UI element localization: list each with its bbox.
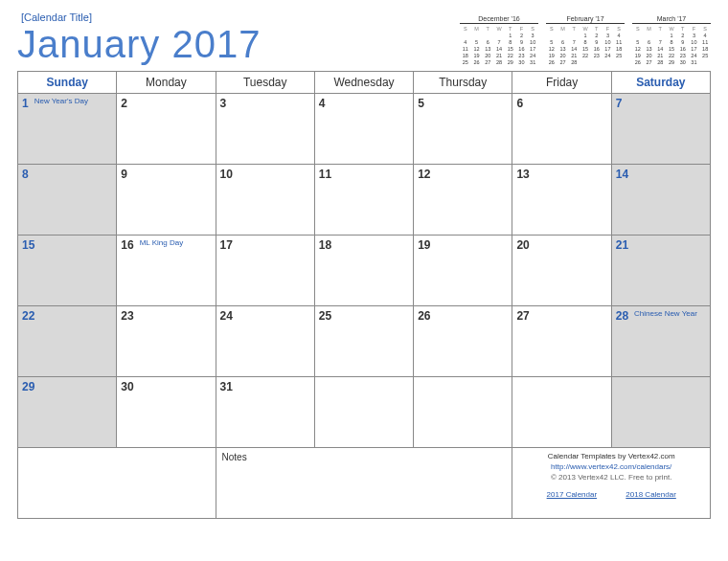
day-cell[interactable]: 21 bbox=[612, 236, 711, 306]
day-cell[interactable]: 7 bbox=[612, 94, 711, 165]
day-cell[interactable]: 9 bbox=[117, 165, 216, 236]
day-number: 1 bbox=[22, 97, 29, 110]
day-of-week-header: SundayMondayTuesdayWednesdayThursdayFrid… bbox=[18, 72, 711, 94]
day-of-week-label: Friday bbox=[512, 72, 611, 94]
credits-cell: Calendar Templates by Vertex42.com http:… bbox=[512, 448, 711, 519]
day-cell[interactable]: 6 bbox=[512, 94, 611, 165]
day-number: 22 bbox=[22, 309, 34, 323]
week-row: 1516ML King Day1718192021 bbox=[18, 236, 711, 306]
day-cell[interactable]: 8 bbox=[18, 165, 117, 236]
mini-week-row: 11121314151617 bbox=[460, 45, 538, 52]
day-number: 4 bbox=[319, 97, 326, 110]
day-cell[interactable]: 25 bbox=[315, 306, 414, 377]
day-cell[interactable]: 3 bbox=[216, 94, 315, 165]
day-cell[interactable]: 14 bbox=[612, 165, 711, 236]
day-number: 20 bbox=[516, 238, 529, 252]
day-of-week-label: Sunday bbox=[18, 72, 117, 94]
day-number: 25 bbox=[319, 309, 331, 323]
day-number: 10 bbox=[220, 168, 233, 181]
mini-week-row: 262728293031 bbox=[632, 58, 711, 65]
mini-calendar-title: February '17 bbox=[546, 15, 625, 24]
day-number: 29 bbox=[22, 380, 34, 393]
day-number: 28 bbox=[616, 309, 628, 323]
day-number: 19 bbox=[418, 238, 430, 252]
mini-calendar: February '17SMTWTFS123456789101112131415… bbox=[546, 15, 625, 65]
credits-line1: Calendar Templates by Vertex42.com bbox=[518, 452, 704, 462]
mini-week-row: 567891011 bbox=[546, 38, 625, 45]
link-prev-year[interactable]: 2017 Calendar bbox=[547, 490, 597, 499]
day-number: 12 bbox=[418, 168, 430, 181]
day-cell[interactable]: 17 bbox=[216, 236, 315, 306]
day-number: 21 bbox=[616, 238, 628, 252]
day-cell[interactable]: 28Chinese New Year bbox=[612, 306, 711, 377]
day-cell[interactable]: 13 bbox=[512, 165, 611, 236]
day-cell[interactable]: 15 bbox=[18, 236, 117, 306]
calendar-page: [Calendar Title] January 2017 December '… bbox=[0, 0, 728, 530]
week-row: 1New Year's Day234567 bbox=[18, 94, 711, 165]
day-number: 13 bbox=[516, 168, 529, 181]
day-cell[interactable]: 12 bbox=[414, 165, 512, 236]
day-cell[interactable]: 5 bbox=[414, 94, 512, 165]
link-next-year[interactable]: 2018 Calendar bbox=[626, 490, 675, 499]
day-number: 11 bbox=[319, 168, 331, 181]
day-cell[interactable]: 29 bbox=[18, 377, 117, 448]
notes-cell: Notes bbox=[216, 448, 513, 519]
day-cell[interactable]: 2 bbox=[117, 94, 216, 165]
day-number: 3 bbox=[220, 97, 227, 110]
day-cell[interactable]: 22 bbox=[18, 306, 117, 377]
mini-week-row: 123 bbox=[460, 32, 538, 38]
mini-week-row: 12131415161718 bbox=[546, 45, 625, 52]
day-cell[interactable]: 30 bbox=[117, 377, 216, 448]
day-cell[interactable] bbox=[612, 377, 711, 448]
day-cell[interactable] bbox=[315, 377, 414, 448]
day-cell[interactable]: 11 bbox=[315, 165, 414, 236]
day-cell[interactable]: 19 bbox=[414, 236, 512, 306]
day-cell[interactable]: 24 bbox=[216, 306, 315, 377]
mini-calendars: December '16SMTWTFS123456789101112131415… bbox=[460, 15, 711, 65]
calendar-subtitle: [Calendar Title] bbox=[21, 11, 261, 23]
day-of-week-label: Thursday bbox=[414, 72, 512, 94]
day-cell[interactable]: 4 bbox=[315, 94, 414, 165]
mini-dow-row: SMTWTFS bbox=[460, 25, 538, 32]
day-cell[interactable]: 10 bbox=[216, 165, 315, 236]
weeks-container: 1New Year's Day2345678910111213141516ML … bbox=[18, 94, 711, 448]
day-number: 7 bbox=[616, 97, 623, 110]
day-number: 16 bbox=[121, 238, 133, 252]
mini-week-row: 19202122232425 bbox=[546, 52, 625, 58]
bottom-links: 2017 Calendar 2018 Calendar bbox=[518, 490, 704, 501]
event-label: New Year's Day bbox=[34, 97, 88, 105]
mini-week-row: 19202122232425 bbox=[632, 52, 711, 58]
credits-copyright: © 2013 Vertex42 LLC. Free to print. bbox=[518, 473, 704, 483]
day-number: 8 bbox=[22, 168, 29, 181]
day-cell[interactable] bbox=[414, 377, 512, 448]
mini-week-row: 25262728293031 bbox=[460, 58, 538, 65]
day-cell[interactable]: 27 bbox=[512, 306, 611, 377]
credits-link[interactable]: http://www.vertex42.com/calendars/ bbox=[518, 462, 704, 473]
day-of-week-label: Monday bbox=[117, 72, 216, 94]
day-number: 15 bbox=[22, 238, 34, 252]
day-cell[interactable]: 18 bbox=[315, 236, 414, 306]
mini-week-row: 1234 bbox=[632, 32, 711, 38]
calendar-title: January 2017 bbox=[17, 25, 261, 63]
footer-blank bbox=[18, 448, 216, 519]
day-cell[interactable]: 1New Year's Day bbox=[18, 94, 117, 165]
day-cell[interactable]: 31 bbox=[216, 377, 315, 448]
day-number: 26 bbox=[418, 309, 430, 323]
mini-calendar: December '16SMTWTFS123456789101112131415… bbox=[460, 15, 538, 65]
day-cell[interactable]: 20 bbox=[512, 236, 611, 306]
footer-row: Notes Calendar Templates by Vertex42.com… bbox=[18, 448, 711, 519]
day-of-week-label: Tuesday bbox=[216, 72, 315, 94]
header-left: [Calendar Title] January 2017 bbox=[17, 11, 261, 63]
day-cell[interactable]: 23 bbox=[117, 306, 216, 377]
day-number: 24 bbox=[220, 309, 233, 323]
day-number: 9 bbox=[121, 168, 127, 181]
day-cell[interactable] bbox=[512, 377, 611, 448]
day-number: 2 bbox=[121, 97, 127, 110]
day-number: 18 bbox=[319, 238, 331, 252]
day-number: 5 bbox=[418, 97, 424, 110]
mini-week-row: 262728 bbox=[546, 58, 625, 65]
day-cell[interactable]: 26 bbox=[414, 306, 512, 377]
day-cell[interactable]: 16ML King Day bbox=[117, 236, 216, 306]
day-of-week-label: Wednesday bbox=[315, 72, 414, 94]
mini-week-row: 12131415161718 bbox=[632, 45, 711, 52]
